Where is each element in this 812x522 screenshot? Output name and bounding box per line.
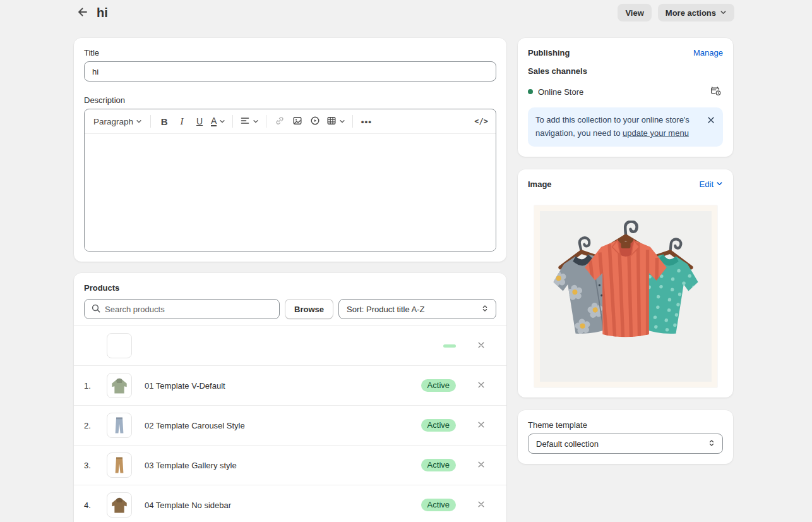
status-badge: [443, 344, 456, 348]
more-tools-button[interactable]: •••: [357, 112, 375, 130]
remove-product-button[interactable]: [472, 377, 490, 394]
page-header: hi View More actions: [0, 0, 812, 23]
product-search[interactable]: [84, 299, 280, 319]
toolbar-divider: [150, 115, 151, 128]
status-badge: Active: [421, 459, 456, 471]
remove-product-button[interactable]: [472, 496, 490, 514]
image-icon: [292, 116, 302, 128]
remove-product-button[interactable]: [472, 456, 490, 474]
channel-name: Online Store: [538, 87, 703, 97]
chevron-down-icon: [136, 117, 142, 126]
close-icon: [477, 500, 486, 511]
collection-image[interactable]: [534, 205, 717, 387]
navigation-info-banner: To add this collection to your online st…: [528, 107, 723, 147]
theme-template-select[interactable]: Default collection: [528, 434, 723, 454]
close-icon: [477, 341, 486, 351]
close-icon: [477, 460, 486, 471]
product-row: 3. 03 Template Gallery style Active: [74, 445, 506, 485]
rich-text-editor: Paragraph B I U A: [84, 109, 496, 252]
chevron-down-icon: [716, 179, 723, 189]
products-heading: Products: [84, 283, 496, 293]
title-description-card: Title Description Paragraph B I U: [74, 38, 506, 262]
image-card: Image Edit: [518, 169, 733, 398]
close-icon: [707, 116, 715, 126]
code-view-button[interactable]: </>: [472, 112, 491, 130]
publishing-card: Publishing Manage Sales channels Online …: [518, 38, 733, 157]
product-name: 02 Template Carousel Style: [145, 421, 421, 430]
italic-icon: I: [181, 116, 184, 127]
underline-button[interactable]: U: [191, 112, 208, 130]
underline-icon: U: [196, 116, 203, 126]
theme-template-card: Theme template Default collection: [518, 410, 733, 464]
more-dots-icon: •••: [361, 117, 372, 126]
status-badge: Active: [421, 419, 456, 432]
code-icon: </>: [474, 117, 488, 126]
format-dropdown-label: Paragraph: [93, 117, 133, 126]
text-color-button[interactable]: A: [208, 112, 228, 130]
more-actions-button[interactable]: More actions: [658, 4, 734, 21]
align-left-icon: [240, 116, 250, 128]
back-button[interactable]: [74, 4, 92, 21]
banner-close-button[interactable]: [705, 114, 717, 128]
chevron-down-icon: [339, 117, 345, 126]
chevron-down-icon: [253, 117, 259, 126]
publishing-heading: Publishing: [528, 48, 570, 58]
product-name: 01 Template V-Default: [145, 381, 421, 391]
product-list: 1. 01 Template V-Default Active 2.: [74, 325, 506, 522]
row-index: 4.: [84, 501, 98, 510]
editor-toolbar: Paragraph B I U A: [85, 109, 496, 134]
more-actions-label: More actions: [666, 8, 716, 18]
title-label: Title: [84, 48, 496, 58]
calendar-clock-icon: [710, 85, 722, 99]
remove-product-button[interactable]: [472, 337, 490, 355]
search-products-input[interactable]: [105, 305, 273, 314]
manage-link[interactable]: Manage: [693, 48, 723, 58]
product-name: 03 Template Gallery style: [145, 461, 421, 470]
shirts-illustration: [540, 211, 712, 382]
status-badge: Active: [421, 499, 456, 511]
link-button[interactable]: [271, 112, 289, 130]
edit-image-link[interactable]: Edit: [700, 179, 723, 189]
page-title: hi: [97, 6, 108, 20]
update-menu-link[interactable]: update your menu: [623, 128, 689, 138]
insert-video-button[interactable]: [306, 112, 324, 130]
close-icon: [477, 380, 486, 391]
bold-button[interactable]: B: [155, 112, 173, 130]
sort-select[interactable]: Sort: Product title A-Z: [338, 299, 496, 319]
products-card: Products Browse Sort: Product title A-Z: [74, 273, 506, 522]
product-name: 04 Template No sidebar: [145, 501, 421, 510]
browse-button-label: Browse: [294, 305, 324, 314]
status-badge: Active: [421, 379, 456, 392]
product-thumb-icon: [107, 492, 132, 518]
view-button[interactable]: View: [618, 4, 651, 21]
updown-caret-icon: [707, 439, 716, 449]
sales-channel-row: Online Store: [528, 83, 723, 100]
description-textarea[interactable]: [85, 134, 496, 251]
arrow-left-icon: [76, 6, 89, 20]
italic-button[interactable]: I: [173, 112, 191, 130]
view-button-label: View: [625, 8, 643, 18]
chevron-down-icon: [720, 8, 727, 18]
banner-text: To add this collection to your online st…: [535, 113, 702, 140]
product-row: 2. 02 Template Carousel Style Active: [74, 405, 506, 445]
schedule-publish-button[interactable]: [708, 83, 723, 100]
bold-icon: B: [161, 116, 168, 127]
product-row: 1. 01 Template V-Default Active: [74, 365, 506, 405]
alignment-button[interactable]: [237, 112, 261, 130]
insert-image-button[interactable]: [289, 112, 306, 130]
product-row: 4. 04 Template No sidebar Active: [74, 485, 506, 522]
row-index: 2.: [84, 421, 98, 430]
table-icon: [326, 116, 337, 128]
channel-status-dot: [528, 89, 533, 94]
description-label: Description: [84, 95, 496, 105]
row-index: 1.: [84, 381, 98, 391]
browse-button[interactable]: Browse: [285, 299, 333, 319]
title-input[interactable]: [84, 61, 496, 82]
table-button[interactable]: [324, 112, 348, 130]
updown-caret-icon: [481, 304, 489, 315]
product-thumb-icon: [107, 452, 132, 478]
format-dropdown[interactable]: Paragraph: [90, 112, 146, 130]
theme-template-label: Theme template: [528, 420, 723, 430]
remove-product-button[interactable]: [472, 416, 490, 434]
toolbar-divider: [352, 115, 353, 128]
